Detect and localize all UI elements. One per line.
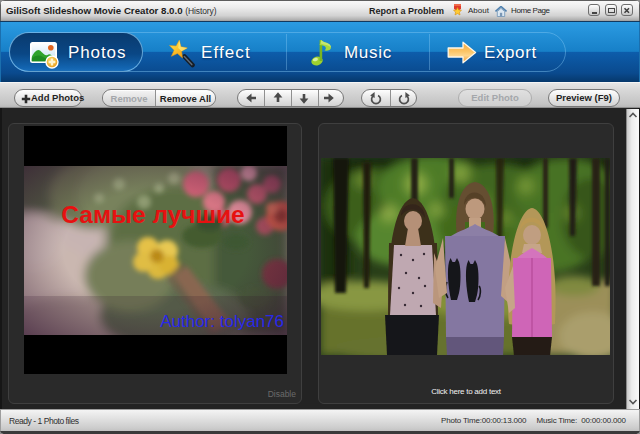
svg-text:Author: tolyan76: Author: tolyan76 [160, 312, 284, 331]
svg-text:Самые лучшие: Самые лучшие [61, 201, 244, 228]
